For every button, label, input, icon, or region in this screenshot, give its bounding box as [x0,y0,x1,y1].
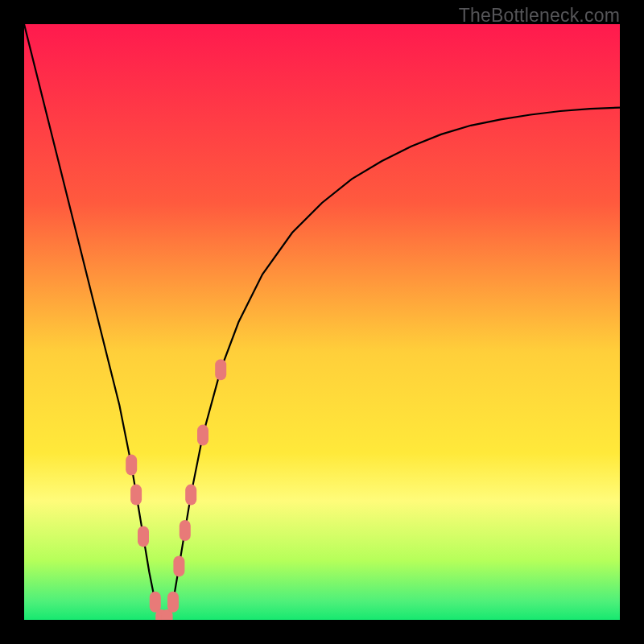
curve-marker [185,485,196,506]
curve-marker [130,485,142,506]
watermark-text: TheBottleneck.com [459,5,620,27]
curve-marker [150,592,161,613]
curve-marker [126,455,137,476]
curve-marker [180,520,191,541]
curve-layer [24,24,620,620]
curve-marker [197,425,208,446]
plot-area [24,24,620,620]
curve-marker [138,526,149,547]
curve-marker [167,592,179,613]
chart-frame: TheBottleneck.com [0,0,644,644]
bottleneck-curve [24,24,620,620]
curve-marker [173,555,184,576]
curve-marker [215,359,226,380]
